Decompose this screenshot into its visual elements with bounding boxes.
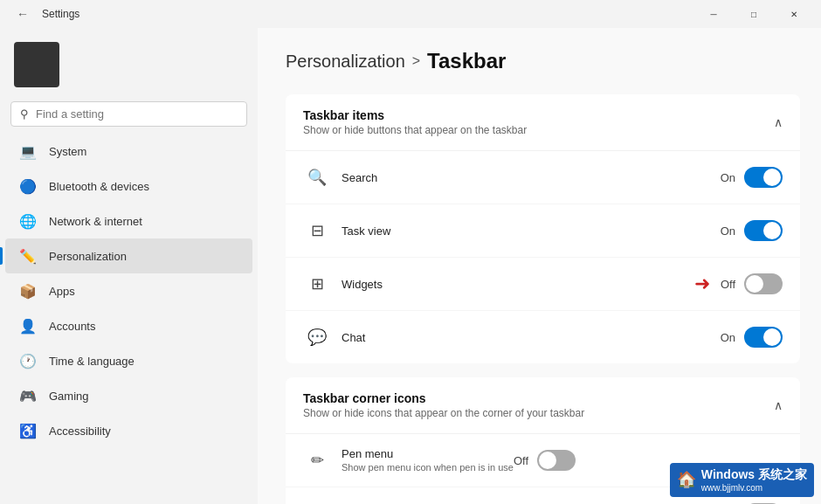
search-icon: ⚲ xyxy=(20,107,29,121)
chat-label: Chat xyxy=(342,331,721,344)
sidebar-item-apps[interactable]: 📦 Apps xyxy=(5,273,252,308)
section-header: Taskbar items Show or hide buttons that … xyxy=(286,94,800,151)
nav-list: 💻 System 🔵 Bluetooth & devices 🌐 Network… xyxy=(0,134,258,448)
bluetooth-icon: 🔵 xyxy=(19,177,37,195)
chat-toggle[interactable] xyxy=(744,327,783,348)
accounts-icon: 👤 xyxy=(19,317,37,335)
sidebar-label-personalization: Personalization xyxy=(49,250,127,263)
watermark-brand: Windows 系统之家 xyxy=(701,466,807,482)
search-input[interactable] xyxy=(36,107,238,121)
taskbar-items-section: Taskbar items Show or hide buttons that … xyxy=(286,94,800,363)
taskbar-item-taskview: ⊟ Task view On xyxy=(286,204,800,258)
section-subtitle: Show or hide buttons that appear on the … xyxy=(303,124,527,136)
apps-icon: 📦 xyxy=(19,282,37,300)
breadcrumb: Personalization xyxy=(286,52,405,72)
taskbar-items-list: 🔍 Search On ⊟ Task view On ⊞ Widgets ➜ O… xyxy=(286,151,800,363)
gaming-icon: 🎮 xyxy=(19,387,37,404)
search-label: Search xyxy=(342,171,721,184)
sidebar: ⚲ 💻 System 🔵 Bluetooth & devices 🌐 Netwo… xyxy=(0,28,258,504)
sidebar-item-network[interactable]: 🌐 Network & internet xyxy=(5,204,252,238)
search-toggle-knob xyxy=(763,169,781,186)
network-icon: 🌐 xyxy=(19,212,37,230)
sidebar-item-gaming[interactable]: 🎮 Gaming xyxy=(5,378,252,413)
personalization-icon: ✏️ xyxy=(19,247,37,265)
section-title: Taskbar items xyxy=(303,108,527,122)
widgets-label: Widgets xyxy=(342,278,694,291)
minimize-button[interactable]: ─ xyxy=(693,0,734,28)
chat-status: On xyxy=(721,331,735,344)
title-bar-left: ← Settings xyxy=(10,2,79,26)
section-title-group: Taskbar items Show or hide buttons that … xyxy=(303,108,527,136)
pen-toggle-knob xyxy=(539,452,556,469)
widgets-icon: ⊞ xyxy=(303,270,331,298)
page-title: Taskbar xyxy=(427,49,506,73)
sidebar-item-system[interactable]: 💻 System xyxy=(5,134,252,169)
search-toggle[interactable] xyxy=(744,167,783,188)
app-title: Settings xyxy=(42,8,79,20)
sidebar-label-apps: Apps xyxy=(49,285,75,298)
corner-section-title: Taskbar corner icons xyxy=(303,391,584,405)
pen-status: Off xyxy=(514,454,528,467)
page-header: Personalization > Taskbar xyxy=(286,49,800,73)
watermark: 🏠 Windows 系统之家 www.bjjmlv.com xyxy=(670,463,814,497)
taskview-status: On xyxy=(721,224,735,238)
close-button[interactable]: ✕ xyxy=(774,0,814,28)
taskview-icon: ⊟ xyxy=(303,217,331,245)
sidebar-item-accessibility[interactable]: ♿ Accessibility xyxy=(5,413,252,448)
app-layout: ⚲ 💻 System 🔵 Bluetooth & devices 🌐 Netwo… xyxy=(0,28,821,504)
time-icon: 🕐 xyxy=(19,352,37,369)
sidebar-item-bluetooth[interactable]: 🔵 Bluetooth & devices xyxy=(5,169,252,204)
widgets-arrow: ➜ xyxy=(694,273,710,295)
sidebar-item-time[interactable]: 🕐 Time & language xyxy=(5,343,252,378)
sidebar-label-bluetooth: Bluetooth & devices xyxy=(49,180,149,193)
touch-icon: ⌨ xyxy=(303,500,331,504)
window-controls: ─ □ ✕ xyxy=(693,0,814,28)
corner-section-header: Taskbar corner icons Show or hide icons … xyxy=(286,377,800,434)
title-bar: ← Settings ─ □ ✕ xyxy=(0,0,821,28)
search-status: On xyxy=(721,171,735,184)
maximize-button[interactable]: □ xyxy=(734,0,774,28)
chat-toggle-knob xyxy=(763,328,781,346)
sidebar-label-accessibility: Accessibility xyxy=(49,425,111,438)
pen-label: Pen menuShow pen menu icon when pen is i… xyxy=(342,447,514,473)
widgets-toggle-knob xyxy=(746,275,763,293)
sidebar-label-accounts: Accounts xyxy=(49,320,95,333)
main-content: Personalization > Taskbar Taskbar items … xyxy=(258,28,821,504)
sidebar-label-network: Network & internet xyxy=(49,215,142,228)
watermark-text: Windows 系统之家 www.bjjmlv.com xyxy=(701,466,807,494)
taskview-toggle-knob xyxy=(763,222,781,239)
pen-toggle[interactable] xyxy=(537,450,576,471)
corner-section-subtitle: Show or hide icons that appear on the co… xyxy=(303,407,584,419)
taskbar-item-search: 🔍 Search On xyxy=(286,151,800,204)
watermark-site: www.bjjmlv.com xyxy=(701,482,807,494)
widgets-toggle[interactable] xyxy=(744,273,783,294)
taskbar-item-chat: 💬 Chat On xyxy=(286,311,800,363)
sidebar-item-personalization[interactable]: ✏️ Personalization xyxy=(5,238,252,273)
taskview-toggle[interactable] xyxy=(744,220,783,241)
system-icon: 💻 xyxy=(19,142,37,160)
avatar xyxy=(14,42,59,87)
chat-icon: 💬 xyxy=(303,323,331,351)
user-profile xyxy=(0,35,258,101)
sidebar-item-accounts[interactable]: 👤 Accounts xyxy=(5,308,252,343)
sidebar-label-gaming: Gaming xyxy=(49,390,89,403)
accessibility-icon: ♿ xyxy=(19,422,37,439)
widgets-status: Off xyxy=(721,278,735,291)
corner-title-group: Taskbar corner icons Show or hide icons … xyxy=(303,391,584,419)
sidebar-label-time: Time & language xyxy=(49,355,135,368)
corner-section-chevron[interactable]: ∧ xyxy=(774,398,783,412)
section-chevron[interactable]: ∧ xyxy=(774,115,783,129)
pen-icon: ✏ xyxy=(303,446,331,474)
sidebar-label-system: System xyxy=(49,145,86,158)
breadcrumb-chevron: > xyxy=(412,53,420,69)
search-icon: 🔍 xyxy=(303,163,331,191)
search-box[interactable]: ⚲ xyxy=(10,101,247,127)
back-button[interactable]: ← xyxy=(10,2,35,26)
taskview-label: Task view xyxy=(342,224,721,238)
taskbar-item-widgets: ⊞ Widgets ➜ Off xyxy=(286,258,800,311)
watermark-icon: 🏠 xyxy=(677,470,696,489)
